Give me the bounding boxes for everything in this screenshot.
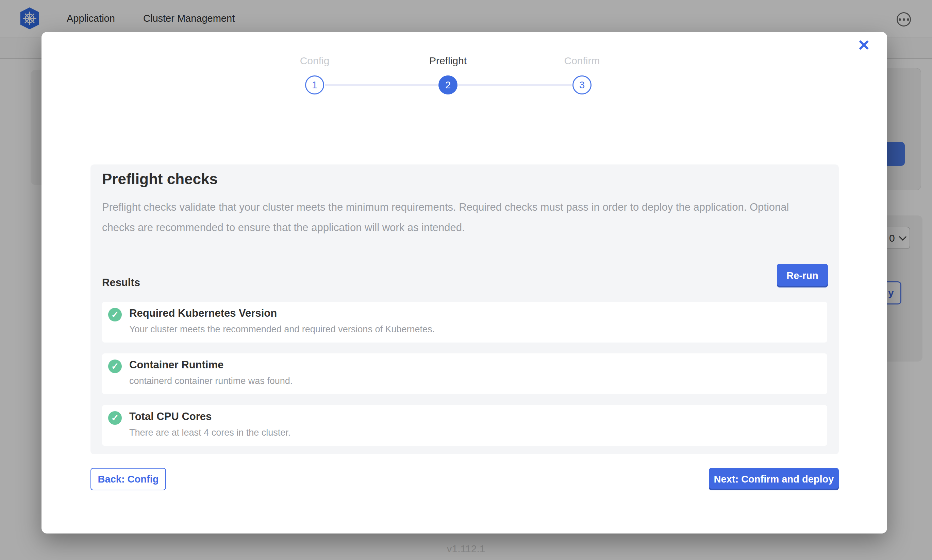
step-label-confirm: Confirm <box>531 55 633 66</box>
stepper-connector <box>325 84 438 86</box>
results-heading: Results <box>102 277 140 289</box>
check-description: Your cluster meets the recommended and r… <box>129 324 435 335</box>
check-result-row: ✓ Total CPU Cores There are at least 4 c… <box>102 405 827 446</box>
check-description: containerd container runtime was found. <box>129 376 293 386</box>
preflight-modal: × Config Preflight Confirm 1 2 3 Preflig… <box>42 32 887 534</box>
step-label-preflight: Preflight <box>397 55 499 66</box>
rerun-button[interactable]: Re-run <box>777 264 828 288</box>
step-circle-1[interactable]: 1 <box>305 75 324 94</box>
check-title: Total CPU Cores <box>129 411 211 423</box>
preflight-panel: Preflight checks Preflight checks valida… <box>91 165 839 454</box>
step-circle-3[interactable]: 3 <box>572 75 591 94</box>
screen: Application Cluster Management 0 y v1.11… <box>0 0 932 560</box>
next-confirm-deploy-button[interactable]: Next: Confirm and deploy <box>709 468 839 490</box>
stepper-connector <box>458 84 572 86</box>
check-description: There are at least 4 cores in the cluste… <box>129 428 290 438</box>
step-circle-2[interactable]: 2 <box>438 75 457 94</box>
check-result-row: ✓ Required Kubernetes Version Your clust… <box>102 302 827 343</box>
check-circle-icon: ✓ <box>108 308 122 322</box>
panel-title: Preflight checks <box>102 171 218 188</box>
check-result-row: ✓ Container Runtime containerd container… <box>102 354 827 394</box>
check-title: Container Runtime <box>129 359 224 371</box>
panel-description: Preflight checks validate that your clus… <box>102 197 803 238</box>
step-label-config: Config <box>264 55 366 66</box>
check-title: Required Kubernetes Version <box>129 307 277 319</box>
back-config-button[interactable]: Back: Config <box>91 468 166 490</box>
check-circle-icon: ✓ <box>108 411 122 425</box>
check-circle-icon: ✓ <box>108 360 122 373</box>
close-icon[interactable]: × <box>858 35 869 54</box>
